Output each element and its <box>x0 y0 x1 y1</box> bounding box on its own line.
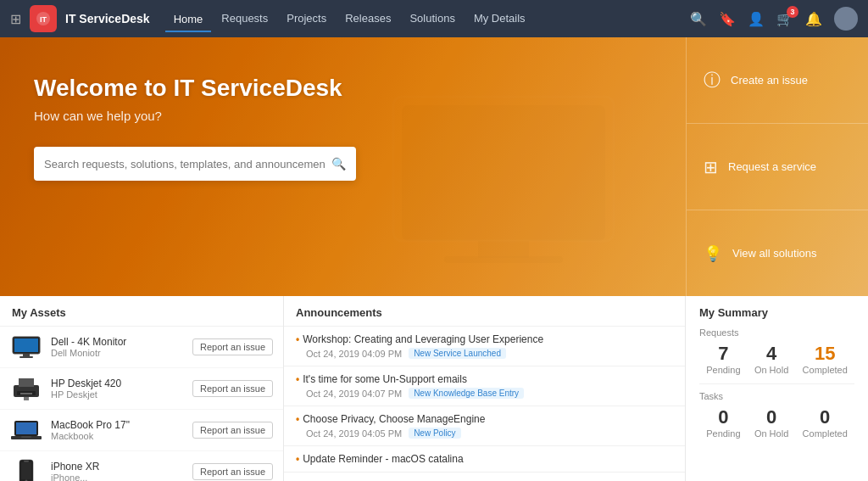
asset-name: HP Deskjet 420 <box>51 378 184 389</box>
monitor-icon <box>11 335 42 359</box>
announce-meta-2: Oct 24, 2019 04:05 PM New Policy <box>296 428 673 439</box>
announce-item-0[interactable]: • Workshop: Creating and Leveraging User… <box>284 327 685 366</box>
announce-bullet-3: • <box>296 453 299 465</box>
assets-panel: My Assets Dell - 4K Monitor Dell Moniotr <box>0 296 284 481</box>
asset-item: Dell - 4K Monitor Dell Moniotr Report an… <box>0 327 283 368</box>
report-issue-btn-0[interactable]: Report an issue <box>192 338 273 355</box>
user-icon[interactable]: 👤 <box>748 11 765 27</box>
create-issue-action[interactable]: ⓘ Create an issue <box>687 37 868 124</box>
summary-task-pending: 0 Pending <box>706 408 740 439</box>
avatar[interactable] <box>834 7 858 31</box>
svg-rect-21 <box>24 461 29 462</box>
svg-rect-7 <box>14 338 38 352</box>
summary-requests-label: Requests <box>699 327 854 338</box>
announcements-list: • Workshop: Creating and Leveraging User… <box>284 327 685 481</box>
nav-solutions[interactable]: Solutions <box>401 7 463 31</box>
request-service-action[interactable]: ⊞ Request a service <box>687 124 868 210</box>
request-service-label: Request a service <box>728 160 816 173</box>
task-label-onhold: On Hold <box>754 428 788 439</box>
svg-rect-9 <box>19 356 33 358</box>
announcements-header: Announcements <box>284 296 685 327</box>
stat-num-pending: 7 <box>706 344 740 363</box>
summary-divider <box>699 383 854 384</box>
announce-bullet-0: • <box>296 333 299 345</box>
view-solutions-icon: 💡 <box>704 244 722 263</box>
bookmark-icon[interactable]: 🔖 <box>719 11 736 27</box>
announce-date-2: Oct 24, 2019 04:05 PM <box>306 428 402 439</box>
asset-icon-phone <box>10 458 42 481</box>
asset-item: MacBook Pro 17" Mackbook Report an issue <box>0 410 283 451</box>
asset-item: iPhone XR iPhone... Report an issue <box>0 451 283 481</box>
nav-projects[interactable]: Projects <box>278 7 335 31</box>
search-input[interactable] <box>44 158 325 171</box>
nav-mydetails[interactable]: My Details <box>465 7 534 31</box>
assets-header: My Assets <box>0 296 283 327</box>
notification-badge: 3 <box>787 6 798 18</box>
brand-name: IT ServiceDesk <box>65 12 150 25</box>
svg-rect-11 <box>19 378 34 387</box>
asset-type: Mackbook <box>51 431 184 441</box>
summary-stat-onhold: 4 On Hold <box>754 344 788 375</box>
stat-num-completed: 15 <box>803 344 848 363</box>
announce-tag-1: New Knowledge Base Entry <box>409 388 524 399</box>
stat-num-onhold: 4 <box>754 344 788 363</box>
nav-releases[interactable]: Releases <box>337 7 399 31</box>
asset-icon-laptop <box>10 417 42 444</box>
asset-icon-monitor <box>10 333 42 361</box>
assets-list: Dell - 4K Monitor Dell Moniotr Report an… <box>0 327 283 481</box>
announce-bullet-2: • <box>296 413 299 425</box>
announce-date-1: Oct 24, 2019 04:07 PM <box>306 389 402 399</box>
announce-title-3: • Update Reminder - macOS catalina <box>296 453 673 465</box>
asset-type: iPhone... <box>51 473 184 481</box>
navbar: ⊞ IT IT ServiceDesk Home Requests Projec… <box>0 0 868 37</box>
laptop-icon <box>11 419 42 441</box>
stat-label-completed: Completed <box>803 365 848 375</box>
summary-tasks-section: Tasks 0 Pending 0 On Hold 0 Completed <box>699 391 854 439</box>
task-num-completed: 0 <box>803 408 848 427</box>
summary-tasks-stats: 0 Pending 0 On Hold 0 Completed <box>699 408 854 439</box>
announce-item-1[interactable]: • It's time for some Un-Support emails O… <box>284 366 685 406</box>
svg-rect-20 <box>21 462 31 479</box>
svg-rect-8 <box>23 354 30 356</box>
asset-name: iPhone XR <box>51 461 184 473</box>
task-label-pending: Pending <box>706 428 740 439</box>
report-issue-btn-2[interactable]: Report an issue <box>192 422 273 439</box>
report-issue-btn-1[interactable]: Report an issue <box>192 380 273 397</box>
asset-type: HP Deskjet <box>51 389 184 400</box>
asset-type: Dell Moniotr <box>51 348 184 358</box>
summary-title: My Summary <box>699 306 854 319</box>
grid-icon[interactable]: ⊞ <box>10 11 21 27</box>
summary-requests-stats: 7 Pending 4 On Hold 15 Completed <box>699 344 854 375</box>
logo: IT <box>30 5 57 32</box>
view-solutions-action[interactable]: 💡 View all solutions <box>687 210 868 296</box>
announce-meta-1: Oct 24, 2019 04:07 PM New Knowledge Base… <box>296 388 673 399</box>
nav-home[interactable]: Home <box>165 8 212 32</box>
asset-info: Dell - 4K Monitor Dell Moniotr <box>51 336 184 358</box>
announce-date-0: Oct 24, 2019 04:09 PM <box>306 349 402 359</box>
request-service-icon: ⊞ <box>704 157 718 177</box>
bell-icon[interactable]: 🔔 <box>805 11 822 27</box>
svg-text:IT: IT <box>40 15 47 24</box>
announce-item-3[interactable]: • Update Reminder - macOS catalina <box>284 446 685 473</box>
summary-stat-completed: 15 Completed <box>803 344 848 375</box>
nav-requests[interactable]: Requests <box>213 7 276 31</box>
summary-stat-pending: 7 Pending <box>706 344 740 375</box>
svg-rect-14 <box>24 397 29 400</box>
announce-item-2[interactable]: • Choose Privacy, Choose ManageEngine Oc… <box>284 406 685 446</box>
announce-title-0: • Workshop: Creating and Leveraging User… <box>296 333 673 345</box>
hero-content: Welcome to IT ServiceDesk How can we hel… <box>0 37 686 296</box>
hero-title: Welcome to IT ServiceDesk <box>34 75 652 102</box>
report-issue-btn-3[interactable]: Report an issue <box>192 463 273 480</box>
phone-icon <box>19 459 34 481</box>
summary-tasks-label: Tasks <box>699 391 854 401</box>
notification-icon[interactable]: 🛒 3 <box>776 11 793 27</box>
search-icon[interactable]: 🔍 <box>690 11 707 27</box>
svg-rect-16 <box>16 422 36 434</box>
nav-actions: 🔍 🔖 👤 🛒 3 🔔 <box>690 7 858 31</box>
asset-item: HP Deskjet 420 HP Deskjet Report an issu… <box>0 368 283 410</box>
nav-links: Home Requests Projects Releases Solution… <box>165 7 685 31</box>
summary-task-completed: 0 Completed <box>803 408 848 439</box>
announce-title-1: • It's time for some Un-Support emails <box>296 373 673 385</box>
asset-icon-printer <box>10 375 42 402</box>
summary-requests-section: Requests 7 Pending 4 On Hold 15 Complete… <box>699 327 854 375</box>
